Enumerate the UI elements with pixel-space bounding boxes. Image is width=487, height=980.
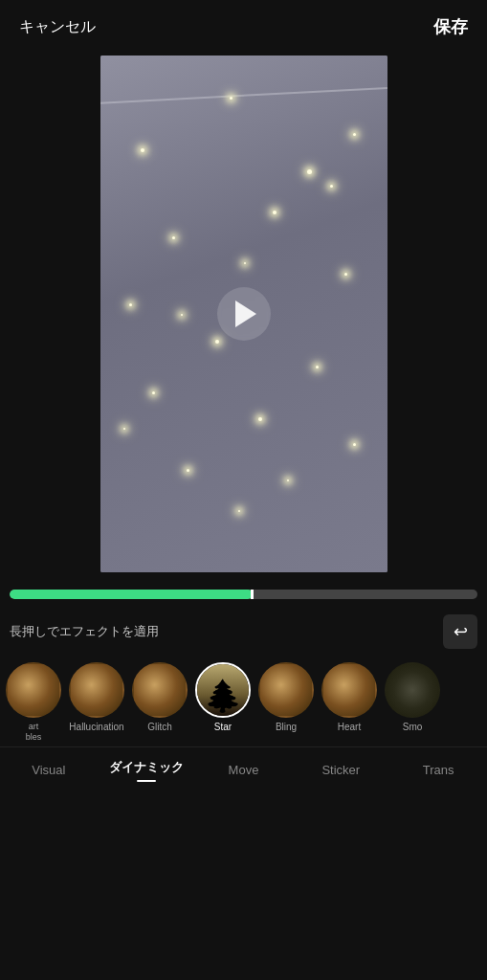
star-decoration (273, 211, 277, 214)
star-decoration (244, 262, 246, 264)
effect-label-glitch: Glitch (147, 722, 172, 732)
hint-row: 長押しでエフェクトを適用 ↩ (0, 605, 487, 657)
star-decoration (230, 97, 232, 100)
star-decoration (330, 185, 333, 188)
effect-item-glitch[interactable]: Glitch (130, 660, 189, 734)
effect-item-art-bubbles[interactable]: artbles (4, 660, 63, 745)
effect-item-hallucination[interactable]: Hallucination (67, 660, 126, 734)
tab-label-trans: Trans (423, 763, 454, 777)
tab-sticker[interactable]: Sticker (292, 761, 389, 779)
effect-thumb-bling (258, 662, 314, 718)
effect-label-star: Star (214, 722, 232, 732)
tab-label-move: Move (229, 763, 259, 777)
effect-thumb-glitch (132, 662, 188, 718)
effect-thumb-smooth (385, 662, 440, 718)
tab-visual[interactable]: Visual (0, 761, 98, 779)
effect-item-star[interactable]: Star (193, 660, 253, 734)
video-preview[interactable] (100, 56, 387, 572)
star-decoration (258, 417, 262, 421)
tab-label-visual: Visual (32, 763, 65, 777)
tab-bar: VisualダイナミックMoveStickerTrans (0, 746, 487, 788)
star-decoration (172, 236, 175, 239)
cancel-button[interactable]: キャンセル (19, 17, 96, 37)
star-decoration (187, 469, 189, 472)
video-container (0, 48, 487, 576)
star-decoration (152, 391, 155, 394)
star-thumb-tree (197, 664, 249, 716)
timeline-area (0, 576, 487, 605)
effect-label-smooth: Smo (403, 722, 423, 732)
effect-item-bling[interactable]: Bling (256, 660, 316, 734)
tab-label-sticker: Sticker (321, 763, 360, 777)
effect-thumb-art-bubbles (6, 662, 61, 718)
tab-dynamic[interactable]: ダイナミック (98, 757, 195, 784)
star-decoration (353, 133, 356, 136)
header: キャンセル 保存 (0, 0, 487, 48)
star-decoration (141, 148, 144, 152)
effect-thumb-star (195, 662, 251, 718)
tab-active-indicator (137, 780, 156, 782)
effect-label-heart: Heart (338, 722, 361, 732)
star-decoration (238, 510, 240, 512)
effect-thumb-hallucination (69, 662, 124, 718)
star-decoration (129, 303, 132, 306)
star-decoration (316, 366, 319, 368)
ceiling-line (100, 85, 387, 105)
effect-item-heart[interactable]: Heart (320, 660, 379, 734)
star-decoration (287, 479, 289, 481)
tab-trans[interactable]: Trans (389, 761, 487, 779)
effect-item-smooth[interactable]: Smo (383, 660, 442, 734)
effect-thumb-heart (321, 662, 377, 718)
effect-label-bling: Bling (276, 722, 297, 732)
play-icon (235, 301, 256, 327)
save-button[interactable]: 保存 (433, 15, 468, 38)
star-decoration (307, 169, 312, 174)
play-button[interactable] (217, 287, 271, 341)
effect-label-art-bubbles: artbles (26, 722, 42, 743)
timeline-thumb (251, 590, 254, 599)
star-decoration (123, 428, 125, 430)
tab-move[interactable]: Move (195, 761, 293, 779)
star-decoration (344, 273, 347, 276)
star-decoration (181, 314, 183, 316)
hint-text: 長押しでエフェクトを適用 (10, 623, 159, 640)
star-decoration (215, 340, 219, 344)
tab-label-dynamic: ダイナミック (109, 759, 184, 776)
timeline-progress (10, 590, 253, 599)
effect-label-hallucination: Hallucination (69, 722, 123, 732)
undo-icon: ↩ (454, 621, 468, 642)
undo-button[interactable]: ↩ (443, 614, 477, 649)
timeline-bar[interactable] (10, 590, 477, 599)
effects-strip: artblesHallucinationGlitchStarBlingHeart… (0, 657, 487, 745)
star-decoration (353, 443, 356, 446)
